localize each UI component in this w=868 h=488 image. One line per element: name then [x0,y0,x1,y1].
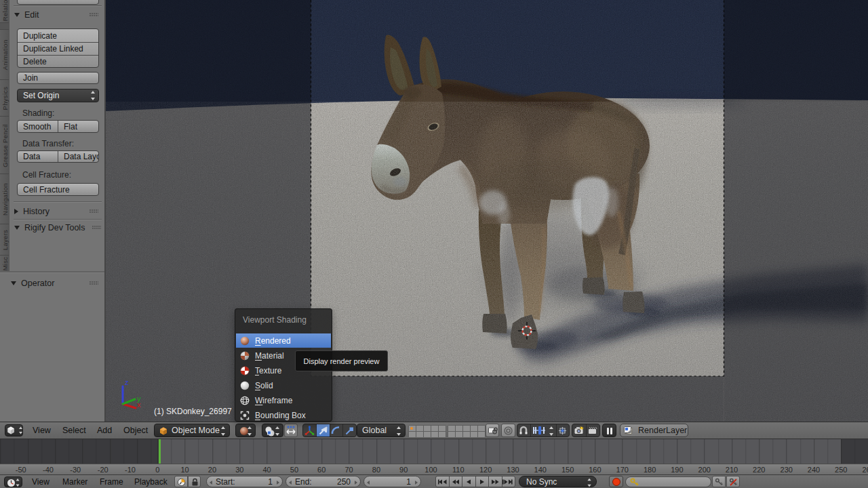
svg-text:(1) SKDonkey_26997: (1) SKDonkey_26997 [154,407,232,416]
svg-text:x: x [137,401,141,409]
svg-text:z: z [125,378,129,386]
